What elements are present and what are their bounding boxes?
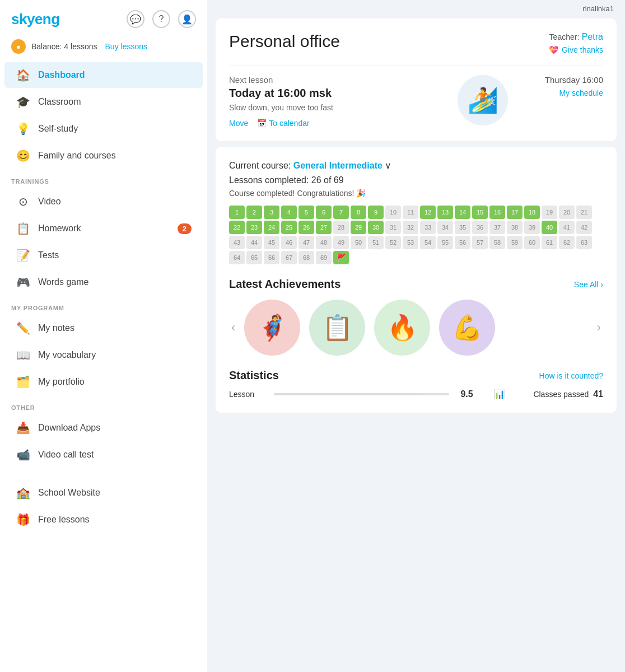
sidebar-item-my-portfolio[interactable]: 🗂️ My portfolio [4,369,203,395]
lesson-cell[interactable]: 4 [281,206,297,219]
lesson-cell[interactable]: 69 [316,251,332,264]
lesson-cell[interactable]: 19 [542,206,557,219]
lesson-cell[interactable]: 66 [264,251,279,264]
lesson-cell[interactable]: 18 [524,206,540,219]
lesson-cell[interactable]: 15 [472,206,488,219]
lesson-cell[interactable]: 52 [385,236,401,249]
sidebar-item-video[interactable]: ⊙ Video [4,189,203,214]
lesson-cell[interactable]: 26 [298,221,314,234]
lesson-cell[interactable]: 25 [281,221,297,234]
lesson-cell[interactable]: 24 [264,221,279,234]
lesson-cell[interactable]: 53 [403,236,418,249]
buy-lessons-link[interactable]: Buy lessons [105,42,147,51]
lesson-cell[interactable]: 50 [351,236,366,249]
lesson-cell[interactable]: 17 [507,206,523,219]
lesson-cell[interactable]: 1 [229,206,245,219]
lesson-cell[interactable]: 57 [472,236,488,249]
sidebar-item-tests[interactable]: 📝 Tests [4,242,203,268]
lesson-cell[interactable]: 56 [455,236,470,249]
sidebar-item-video-call-test[interactable]: 📹 Video call test [4,442,203,468]
lesson-cell[interactable]: 63 [576,236,592,249]
sidebar-item-download-apps[interactable]: 📥 Download Apps [4,415,203,441]
lesson-cell[interactable]: 9 [368,206,384,219]
lesson-cell[interactable]: 47 [298,236,314,249]
lesson-cell[interactable]: 48 [316,236,332,249]
lesson-cell[interactable]: 14 [455,206,470,219]
lesson-cell[interactable]: 62 [559,236,575,249]
sidebar-item-free-lessons[interactable]: 🎁 Free lessons [4,507,203,533]
lesson-cell[interactable]: 6 [316,206,332,219]
how-counted-link[interactable]: How is it counted? [539,371,603,380]
sidebar-item-self-study[interactable]: 💡 Self-study [4,116,203,142]
calendar-link[interactable]: 📅 To calendar [257,119,309,128]
course-chevron[interactable]: ∨ [385,161,391,170]
lesson-cell[interactable]: 37 [489,221,505,234]
lesson-cell[interactable]: 45 [264,236,279,249]
give-thanks-button[interactable]: 💝 Give thanks [549,45,603,54]
prev-achievement-button[interactable]: ‹ [229,320,237,335]
messages-icon[interactable]: 💬 [127,10,144,28]
page-title: Personal office [229,32,340,51]
lesson-cell[interactable]: 40 [542,221,557,234]
lesson-cell[interactable]: 8 [351,206,366,219]
lesson-cell[interactable]: 44 [246,236,262,249]
lesson-cell[interactable]: 10 [385,206,401,219]
lesson-cell[interactable]: 35 [455,221,470,234]
lesson-cell[interactable]: 68 [298,251,314,264]
course-name[interactable]: General Intermediate [293,161,383,170]
lesson-cell[interactable]: 20 [559,206,575,219]
lesson-cell[interactable]: 32 [403,221,418,234]
lesson-cell[interactable]: 33 [420,221,436,234]
lesson-cell[interactable]: 28 [333,221,349,234]
sidebar-item-homework[interactable]: 📋 Homework 2 [4,216,203,241]
lesson-cell[interactable]: 43 [229,236,245,249]
lesson-cell[interactable]: 29 [351,221,366,234]
sidebar-item-words-game[interactable]: 🎮 Words game [4,269,203,295]
see-all-link[interactable]: See All › [574,280,603,289]
lesson-cell[interactable]: 31 [385,221,401,234]
lesson-cell[interactable]: 51 [368,236,384,249]
lesson-cell[interactable]: 41 [559,221,575,234]
sidebar-item-dashboard[interactable]: 🏠 Dashboard [4,62,203,88]
lesson-cell[interactable]: 65 [246,251,262,264]
sidebar-item-family-courses[interactable]: 😊 Family and courses [4,143,203,169]
lesson-cell[interactable]: 36 [472,221,488,234]
lesson-cell[interactable]: 49 [333,236,349,249]
lesson-cell[interactable]: 13 [437,206,453,219]
lesson-cell[interactable]: 23 [246,221,262,234]
lesson-cell[interactable]: 21 [576,206,592,219]
next-achievement-button[interactable]: › [595,320,603,335]
my-schedule-link[interactable]: My schedule [559,88,603,97]
lesson-cell[interactable]: 54 [420,236,436,249]
lesson-cell[interactable]: 59 [507,236,523,249]
lesson-cell[interactable]: 5 [298,206,314,219]
lesson-cell[interactable]: 2 [246,206,262,219]
lesson-cell[interactable]: 58 [489,236,505,249]
lesson-cell[interactable]: 27 [316,221,332,234]
lesson-cell[interactable]: 12 [420,206,436,219]
lesson-cell[interactable]: 7 [333,206,349,219]
move-link[interactable]: Move [229,119,248,128]
lesson-cell[interactable]: 38 [507,221,523,234]
teacher-name[interactable]: Petra [582,32,603,41]
lesson-cell[interactable]: 67 [281,251,297,264]
lesson-cell[interactable]: 60 [524,236,540,249]
lesson-cell[interactable]: 3 [264,206,279,219]
lesson-cell[interactable]: 11 [403,206,418,219]
lesson-cell[interactable]: 30 [368,221,384,234]
lesson-cell[interactable]: 34 [437,221,453,234]
lesson-cell[interactable]: 55 [437,236,453,249]
lesson-cell[interactable]: 64 [229,251,245,264]
lesson-cell[interactable]: 61 [542,236,557,249]
help-icon[interactable]: ? [152,10,170,28]
lesson-cell[interactable]: 39 [524,221,540,234]
lesson-cell[interactable]: 16 [489,206,505,219]
sidebar-item-school-website[interactable]: 🏫 School Website [4,480,203,506]
lesson-cell[interactable]: 42 [576,221,592,234]
sidebar-item-my-notes[interactable]: ✏️ My notes [4,315,203,341]
sidebar-item-my-vocabulary[interactable]: 📖 My vocabulary [4,342,203,368]
profile-icon[interactable]: 👤 [178,10,196,28]
lesson-cell[interactable]: 46 [281,236,297,249]
sidebar-item-classroom[interactable]: 🎓 Classroom [4,89,203,115]
lesson-cell[interactable]: 22 [229,221,245,234]
